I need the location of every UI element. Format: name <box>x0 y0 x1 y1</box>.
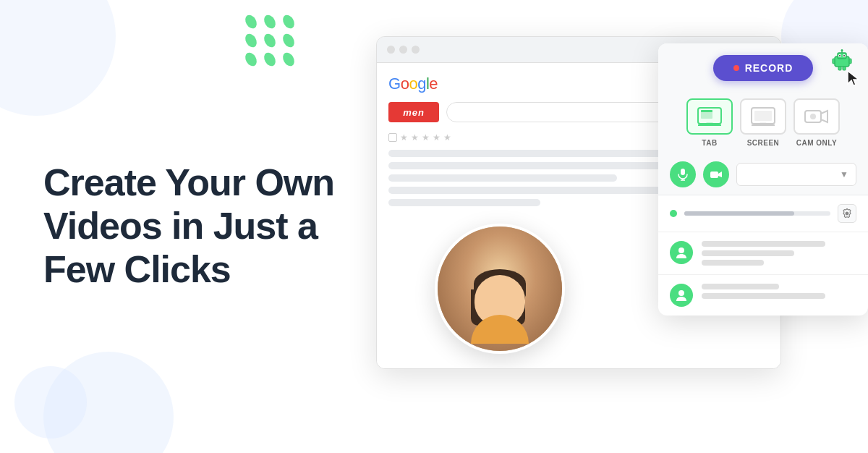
list-avatar-1 <box>670 241 693 264</box>
list-line <box>702 241 825 247</box>
svg-point-7 <box>841 49 843 51</box>
svg-rect-21 <box>754 111 772 121</box>
svg-point-4 <box>839 55 841 56</box>
svg-rect-11 <box>843 67 846 70</box>
settings-button[interactable] <box>838 204 856 223</box>
star: ★ <box>422 132 430 143</box>
cursor-icon <box>846 69 861 88</box>
svg-point-5 <box>843 55 845 56</box>
list-line <box>702 250 794 256</box>
list-item-1 <box>658 232 868 274</box>
mode-tab-screen[interactable]: SCREEN <box>740 98 786 147</box>
bg-blob-bottom-left2 <box>14 366 87 439</box>
mode-tab-label-screen: SCREEN <box>747 139 780 147</box>
list-line <box>702 293 825 299</box>
star: ★ <box>411 132 419 143</box>
checkbox-mock <box>388 133 397 142</box>
svg-rect-25 <box>681 169 685 175</box>
content-line <box>388 199 540 206</box>
list-line <box>702 284 779 289</box>
source-dropdown[interactable]: ▼ <box>736 163 856 186</box>
list-item-2 <box>658 274 868 316</box>
list-content-1 <box>702 241 856 266</box>
red-logo-text: men <box>403 107 425 118</box>
google-text: Google <box>388 75 438 93</box>
svg-rect-28 <box>710 172 718 178</box>
green-dots-decoration <box>246 14 297 65</box>
bg-blob-top-left <box>0 0 116 116</box>
mode-tab-icon-cam <box>793 98 840 135</box>
list-line <box>702 260 764 266</box>
record-dot <box>733 65 739 71</box>
mode-tab-tab[interactable]: TAB <box>686 98 733 147</box>
mode-tab-label-tab: TAB <box>702 139 717 147</box>
browser-close-dot <box>387 46 395 54</box>
avatar-inner <box>438 226 562 351</box>
list-avatar-2 <box>670 284 693 307</box>
list-content-2 <box>702 284 856 299</box>
camera-button[interactable] <box>703 161 729 187</box>
star: ★ <box>400 132 408 143</box>
hero-section: Create Your Own Videos in Just a Few Cli… <box>43 161 347 291</box>
robot-icon <box>830 48 854 71</box>
svg-point-24 <box>810 114 816 119</box>
browser-maximize-dot <box>412 46 420 54</box>
red-logo-box: men <box>388 102 439 122</box>
mode-tab-icon-screen <box>740 98 786 135</box>
svg-rect-10 <box>838 67 841 70</box>
star: ★ <box>443 132 451 143</box>
progress-row <box>658 195 868 232</box>
mic-button[interactable] <box>670 161 696 187</box>
extension-panel: RECORD TAB <box>658 43 868 316</box>
avatar <box>435 224 565 354</box>
mode-tabs: TAB SCREEN <box>658 91 868 157</box>
mode-tab-cam[interactable]: CAM ONLY <box>793 98 840 147</box>
svg-marker-29 <box>718 172 722 177</box>
svg-marker-12 <box>848 71 859 85</box>
svg-marker-23 <box>821 111 827 122</box>
svg-rect-15 <box>701 110 712 112</box>
browser-minimize-dot <box>399 46 407 54</box>
record-button[interactable]: RECORD <box>713 55 814 81</box>
svg-rect-9 <box>849 59 851 64</box>
mode-tab-icon-tab <box>686 98 733 135</box>
star: ★ <box>433 132 441 143</box>
right-section: Google men ★ ★ ★ ★ ★ <box>362 36 868 420</box>
progress-bar <box>684 211 830 216</box>
svg-point-31 <box>678 290 684 296</box>
progress-dot <box>670 210 677 217</box>
svg-point-30 <box>678 247 684 253</box>
face-shape <box>471 275 529 344</box>
hero-title: Create Your Own Videos in Just a Few Cli… <box>43 161 347 291</box>
record-button-label: RECORD <box>745 62 793 74</box>
content-line <box>388 162 693 169</box>
svg-rect-8 <box>833 59 835 64</box>
progress-bar-fill <box>684 211 794 216</box>
controls-row: ▼ <box>658 157 868 195</box>
content-line <box>388 174 617 182</box>
mode-tab-label-cam: CAM ONLY <box>796 139 837 147</box>
dropdown-arrow-icon: ▼ <box>840 169 848 179</box>
